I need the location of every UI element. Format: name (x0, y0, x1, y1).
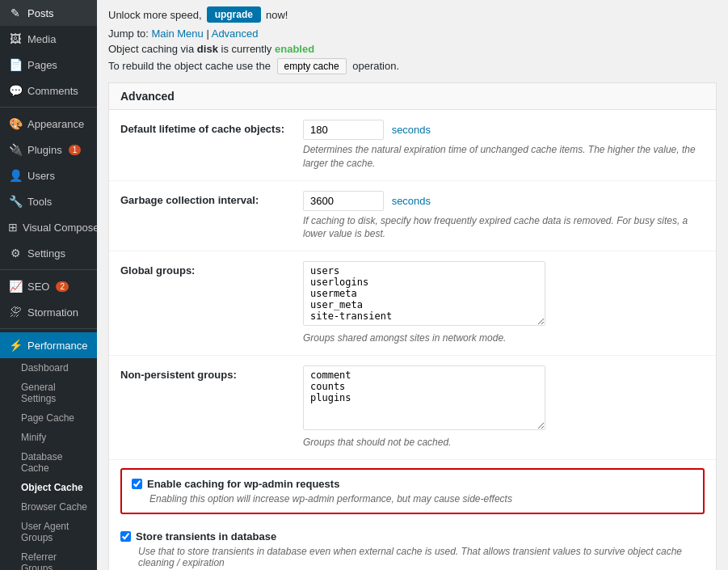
sidebar-item-stormation-label: Stormation (27, 306, 78, 319)
sidebar-item-media-label: Media (27, 33, 56, 45)
sidebar-item-performance[interactable]: ⚡ Performance (0, 332, 97, 358)
default-lifetime-field: seconds Determines the natural expiratio… (303, 120, 705, 171)
sidebar-item-plugins-label: Plugins (27, 144, 62, 156)
sidebar-item-visual-composer[interactable]: ⊞ Visual Composer (0, 214, 97, 240)
cache-medium: disk (197, 43, 218, 55)
store-transients-label[interactable]: Store transients in database (120, 530, 705, 543)
advanced-section-header: Advanced (109, 83, 716, 110)
store-transients-checkbox[interactable] (120, 531, 131, 542)
non-persistent-groups-label: Non-persistent groups: (120, 365, 290, 381)
media-icon: 🖼 (8, 32, 23, 45)
sidebar-item-minify[interactable]: Minify (0, 428, 97, 447)
sidebar-item-tools[interactable]: 🔧 Tools (0, 188, 97, 214)
sidebar-item-performance-label: Performance (27, 340, 87, 352)
sidebar-item-seo[interactable]: 📈 SEO 2 (0, 273, 97, 299)
non-persistent-groups-field: comment counts plugins Groups that shoul… (303, 365, 705, 450)
separator: | (206, 27, 208, 40)
sidebar-item-appearance-label: Appearance (27, 118, 84, 130)
store-transients-section: Store transients in database Use that to… (120, 522, 705, 570)
sidebar-item-settings[interactable]: ⚙ Settings (0, 240, 97, 266)
comments-icon: 💬 (8, 84, 23, 97)
main-content: Unlock more speed, upgrade now! Jump to:… (97, 0, 728, 570)
default-lifetime-input[interactable] (303, 120, 384, 140)
sidebar-item-users-label: Users (27, 170, 55, 182)
top-bar: Unlock more speed, upgrade now! Jump to:… (97, 0, 728, 74)
main-menu-link[interactable]: Main Menu (151, 27, 203, 40)
cache-status-suffix: is currently (221, 43, 272, 55)
global-groups-textarea[interactable]: users userlogins usermeta user_meta site… (303, 261, 545, 326)
default-lifetime-row: Default lifetime of cache objects: secon… (109, 110, 716, 181)
wp-admin-label-text: Enable caching for wp-admin requests (147, 478, 339, 490)
global-groups-label: Global groups: (120, 261, 290, 277)
visual-composer-icon: ⊞ (8, 221, 18, 234)
sidebar-item-stormation[interactable]: ⛈ Stormation (0, 299, 97, 325)
garbage-collection-hint: If caching to disk, specify how frequent… (303, 214, 705, 242)
wp-admin-checkbox-section: Enable caching for wp-admin requests Ena… (120, 468, 705, 514)
sidebar-item-comments-label: Comments (27, 85, 78, 97)
default-lifetime-label: Default lifetime of cache objects: (120, 120, 290, 135)
sidebar-item-referrer-groups[interactable]: Referrer Groups (0, 547, 97, 570)
sidebar-item-vc-label: Visual Composer (23, 222, 97, 234)
default-lifetime-hint: Determines the natural expiration time o… (303, 143, 705, 171)
rebuild-line: To rebuild the object cache use the empt… (108, 58, 717, 74)
unlock-text: Unlock more speed, (108, 9, 202, 21)
store-transients-label-text: Store transients in database (136, 530, 276, 543)
wp-admin-checkbox-label[interactable]: Enable caching for wp-admin requests (132, 478, 693, 490)
pages-icon: 📄 (8, 58, 23, 71)
garbage-collection-field: seconds If caching to disk, specify how … (303, 191, 705, 242)
default-lifetime-unit: seconds (392, 124, 431, 136)
users-icon: 👤 (8, 169, 23, 182)
store-transients-hint: Use that to store transients in database… (138, 546, 705, 568)
sidebar-item-user-agent-groups[interactable]: User Agent Groups (0, 517, 97, 547)
garbage-collection-row: Garbage collection interval: seconds If … (109, 181, 716, 252)
wp-admin-checkbox[interactable] (132, 479, 142, 489)
sidebar-item-seo-label: SEO (27, 281, 49, 293)
non-persistent-groups-textarea[interactable]: comment counts plugins (303, 365, 545, 430)
sidebar-item-media[interactable]: 🖼 Media (0, 26, 97, 52)
upgrade-line: Unlock more speed, upgrade now! (108, 6, 717, 23)
seo-badge: 2 (56, 281, 69, 292)
empty-cache-button[interactable]: empty cache (277, 58, 347, 74)
advanced-link[interactable]: Advanced (212, 27, 259, 40)
sidebar-sep-1 (0, 107, 97, 108)
cache-enabled: enabled (275, 43, 314, 55)
non-persistent-groups-hint: Groups that should not be cached. (303, 436, 705, 450)
sidebar-item-dashboard[interactable]: Dashboard (0, 358, 97, 378)
rebuild-prefix: To rebuild the object cache use the (108, 60, 271, 72)
jump-label: Jump to: (108, 27, 149, 40)
sidebar-item-pages[interactable]: 📄 Pages (0, 52, 97, 78)
sidebar-item-object-cache[interactable]: Object Cache (0, 478, 97, 497)
plugins-badge: 1 (69, 145, 82, 155)
cache-status-line: Object caching via disk is currently ena… (108, 43, 717, 55)
sidebar-item-posts[interactable]: ✎ Posts (0, 0, 97, 26)
sidebar-item-settings-label: Settings (27, 247, 65, 260)
now-text: now! (266, 9, 288, 21)
settings-icon: ⚙ (8, 247, 23, 260)
seo-icon: 📈 (8, 280, 23, 293)
sidebar-item-pages-label: Pages (27, 59, 57, 71)
garbage-collection-label: Garbage collection interval: (120, 191, 290, 206)
plugins-icon: 🔌 (8, 143, 23, 156)
sidebar-item-page-cache[interactable]: Page Cache (0, 408, 97, 428)
performance-icon: ⚡ (8, 339, 23, 352)
stormation-icon: ⛈ (8, 306, 23, 319)
non-persistent-groups-row: Non-persistent groups: comment counts pl… (109, 356, 716, 460)
sidebar-item-browser-cache[interactable]: Browser Cache (0, 497, 97, 517)
sidebar-item-general-settings[interactable]: General Settings (0, 378, 97, 408)
sidebar-item-comments[interactable]: 💬 Comments (0, 78, 97, 103)
jump-line: Jump to: Main Menu | Advanced (108, 27, 717, 40)
sidebar-item-plugins[interactable]: 🔌 Plugins 1 (0, 137, 97, 163)
sidebar-item-posts-label: Posts (27, 7, 54, 19)
content-area: Advanced Default lifetime of cache objec… (108, 82, 717, 570)
global-groups-hint: Groups shared amongst sites in network m… (303, 331, 705, 345)
garbage-collection-unit: seconds (392, 195, 431, 207)
sidebar-item-appearance[interactable]: 🎨 Appearance (0, 111, 97, 137)
cache-status-text: Object caching via (108, 43, 194, 55)
sidebar-item-database-cache[interactable]: Database Cache (0, 447, 97, 478)
tools-icon: 🔧 (8, 195, 23, 208)
sidebar-sep-2 (0, 269, 97, 270)
upgrade-button[interactable]: upgrade (207, 6, 261, 23)
sidebar-item-users[interactable]: 👤 Users (0, 163, 97, 188)
sidebar-sep-3 (0, 328, 97, 329)
garbage-collection-input[interactable] (303, 191, 384, 211)
